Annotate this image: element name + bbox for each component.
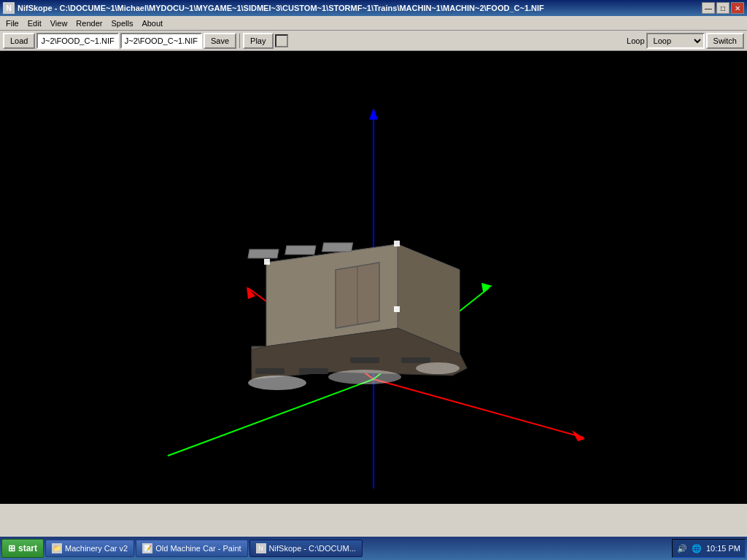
- tray-time: 10:15 PM: [706, 544, 740, 553]
- svg-rect-23: [255, 368, 285, 374]
- svg-rect-19: [264, 259, 270, 265]
- window-title: NifSkope - C:\DOCUME~1\Michael\MYDOCU~1\…: [18, 4, 544, 12]
- menu-file[interactable]: File: [1, 18, 23, 29]
- path-field-1[interactable]: J~2\FOOD_C~1.NIF: [36, 33, 118, 49]
- svg-rect-15: [285, 246, 316, 254]
- svg-line-2: [374, 379, 584, 438]
- maximize-button[interactable]: □: [716, 2, 729, 14]
- minimize-button[interactable]: —: [702, 2, 715, 14]
- taskbar: ⊞ start 📁 Machinery Car v2 📝 Old Machine…: [0, 537, 747, 560]
- svg-rect-16: [322, 243, 353, 252]
- app-icon: N: [3, 2, 15, 14]
- menu-about[interactable]: About: [137, 18, 167, 29]
- window-controls: — □ ✕: [702, 2, 744, 14]
- menu-spells[interactable]: Spells: [107, 18, 137, 29]
- play-indicator: [275, 34, 288, 47]
- system-tray: 🔊 🌐 10:15 PM: [672, 539, 746, 558]
- menu-view[interactable]: View: [46, 18, 72, 29]
- title-bar: N NifSkope - C:\DOCUME~1\Michael\MYDOCU~…: [0, 0, 747, 16]
- taskbar-item-machinery[interactable]: 📁 Machinery Car v2: [45, 540, 134, 557]
- svg-rect-26: [401, 357, 430, 363]
- svg-rect-24: [299, 368, 328, 374]
- taskbar-item-label: Machinery Car v2: [65, 544, 128, 553]
- nifskope-icon: N: [256, 543, 266, 553]
- switch-button[interactable]: Switch: [706, 33, 744, 49]
- svg-rect-18: [394, 306, 400, 312]
- svg-point-27: [248, 376, 306, 390]
- tray-icon-2: 🌐: [692, 544, 702, 553]
- load-button[interactable]: Load: [3, 33, 35, 49]
- toolbar: Load J~2\FOOD_C~1.NIF J~2\FOOD_C~1.NIF S…: [0, 31, 747, 51]
- loop-dropdown[interactable]: Loop Clamp Cycle: [646, 33, 705, 49]
- play-button[interactable]: Play: [243, 33, 273, 49]
- menu-render[interactable]: Render: [71, 18, 107, 29]
- taskbar-item-label: NifSkope - C:\DOCUM...: [269, 544, 356, 553]
- svg-rect-17: [394, 241, 400, 246]
- menu-edit[interactable]: Edit: [23, 18, 46, 29]
- svg-rect-25: [350, 357, 379, 363]
- taskbar-item-nifskope[interactable]: N NifSkope - C:\DOCUM...: [249, 540, 363, 557]
- folder-icon: 📁: [52, 543, 62, 553]
- start-label: start: [18, 543, 37, 553]
- path-field-2[interactable]: J~2\FOOD_C~1.NIF: [120, 33, 202, 49]
- svg-marker-1: [369, 108, 378, 120]
- svg-line-6: [168, 379, 374, 456]
- close-button[interactable]: ✕: [731, 2, 744, 14]
- save-button[interactable]: Save: [204, 33, 236, 49]
- notepad-icon: 📝: [142, 543, 152, 553]
- svg-rect-14: [248, 249, 279, 258]
- loop-label: Loop: [627, 36, 644, 45]
- viewport[interactable]: [0, 51, 747, 504]
- svg-point-29: [416, 362, 460, 374]
- separator-1: [239, 34, 240, 48]
- 3d-axes: [0, 51, 747, 504]
- start-icon: ⊞: [8, 543, 15, 553]
- start-button[interactable]: ⊞ start: [1, 539, 44, 558]
- taskbar-item-label: Old Machine Car - Paint: [155, 544, 241, 553]
- svg-point-28: [328, 370, 401, 384]
- svg-marker-3: [572, 430, 585, 441]
- tray-icon-1: 🔊: [677, 544, 687, 553]
- taskbar-item-paint[interactable]: 📝 Old Machine Car - Paint: [136, 540, 247, 557]
- menu-bar: File Edit View Render Spells About: [0, 16, 747, 31]
